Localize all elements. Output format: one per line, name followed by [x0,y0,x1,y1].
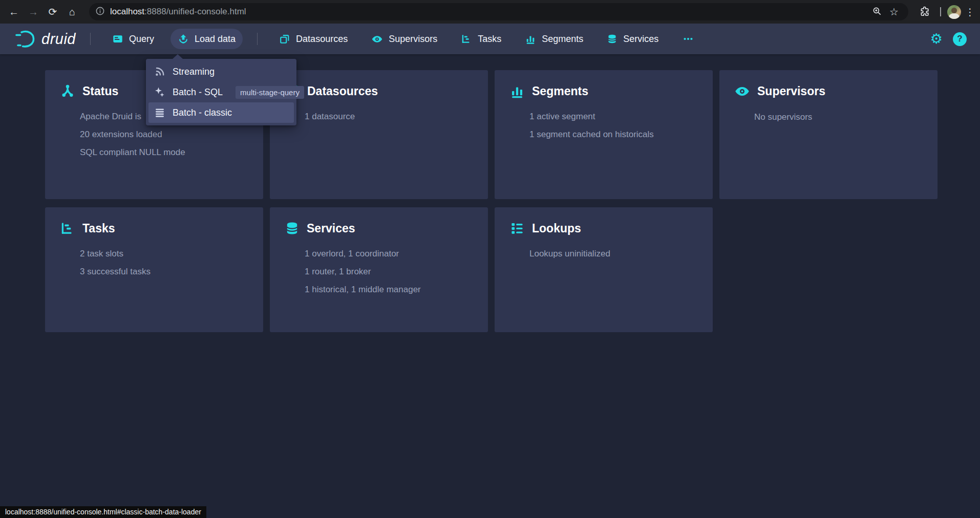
services-line: 1 historical, 1 middle manager [305,285,478,294]
toolbar-right: ⋮ [915,5,980,19]
segments-line: 1 segment cached on historicals [529,130,702,139]
link-preview-statusbar: localhost:8888/unified-console.html#clas… [0,506,206,518]
nav-item-query[interactable]: Query [105,29,161,49]
nav-item-services[interactable]: Services [600,29,666,49]
help-icon[interactable]: ? [953,32,967,46]
brand-name: druid [41,31,76,48]
load-data-menu: Streaming Batch - SQL multi-stage-query … [146,59,296,125]
card-title: Tasks [82,222,115,235]
status-icon [60,83,75,99]
home-button[interactable]: ⌂ [62,2,82,21]
lookups-icon [509,221,525,236]
bookmark-star-icon[interactable]: ☆ [886,5,902,19]
browser-menu-icon[interactable]: ⋮ [965,6,975,18]
nav-divider [90,33,91,45]
url-text: localhost:8888/unified-console.html [110,7,246,17]
forward-button[interactable]: → [24,2,43,21]
back-button[interactable]: ← [4,2,24,21]
segments-card[interactable]: Segments 1 active segment 1 segment cach… [495,70,713,199]
query-icon [112,33,123,45]
lookups-line: Lookups uninitialized [529,249,702,258]
nav-right: ⚙ ? [930,24,980,54]
zoom-icon[interactable] [868,5,886,19]
status-line: 20 extensions loaded [80,130,253,139]
services-line: 1 overlord, 1 coordinator [305,249,478,258]
lookups-card[interactable]: Lookups Lookups uninitialized [495,207,713,332]
nav-divider [257,33,258,45]
reload-button[interactable]: ⟳ [43,2,62,21]
segments-icon [525,33,536,45]
nav-item-segments[interactable]: Segments [518,29,590,49]
datasources-line: 1 datasource [305,112,478,121]
druid-logo-icon [14,29,37,49]
tasks-line: 3 successful tasks [80,267,253,276]
menu-item-streaming[interactable]: Streaming [148,61,294,82]
toolbar-divider [940,7,941,16]
services-icon [607,33,617,45]
gear-icon[interactable]: ⚙ [930,32,943,46]
status-line: SQL compliant NULL mode [80,148,253,157]
card-title: Lookups [532,222,581,235]
nav-item-supervisors[interactable]: Supervisors [364,29,444,50]
site-info-icon[interactable] [95,6,105,18]
tasks-icon [461,33,472,45]
segments-icon [509,83,525,99]
card-title: Supervisors [757,84,825,98]
profile-avatar[interactable] [947,5,961,19]
menu-item-batch-sql[interactable]: Batch - SQL multi-stage-query [148,82,294,102]
address-bar[interactable]: localhost:8888/unified-console.html ☆ [89,3,908,20]
druid-logo[interactable]: druid [14,29,76,49]
datasources-icon [279,33,290,45]
services-card[interactable]: Services 1 overlord, 1 coordinator 1 rou… [270,207,488,332]
msq-badge: multi-stage-query [236,86,304,99]
services-line: 1 router, 1 broker [305,267,478,276]
sparkles-icon [154,86,166,98]
extensions-icon[interactable] [915,5,934,19]
nav-item-datasources[interactable]: Datasources [272,29,355,49]
tasks-icon [60,221,75,236]
druid-navbar: druid Query Load data Datasources Superv… [0,24,980,54]
services-icon [285,221,300,236]
supervisors-icon [734,83,750,99]
menu-item-batch-classic[interactable]: Batch - classic [148,102,294,123]
card-title: Datasources [307,84,378,98]
segments-line: 1 active segment [529,112,702,121]
supervisors-card[interactable]: Supervisors No supervisors [719,70,938,199]
tasks-card[interactable]: Tasks 2 task slots 3 successful tasks [45,207,263,332]
load-data-icon [178,33,189,45]
card-title: Status [82,84,118,98]
card-title: Services [307,222,355,235]
nav-more-button[interactable] [675,29,701,49]
tasks-line: 2 task slots [80,249,253,258]
nav-item-tasks[interactable]: Tasks [454,29,508,49]
nav-item-load-data[interactable]: Load data [171,29,243,49]
browser-toolbar: ← → ⟳ ⌂ localhost:8888/unified-console.h… [0,0,980,24]
more-icon [682,33,694,45]
list-lines-icon [154,106,166,119]
card-title: Segments [532,84,588,98]
streaming-icon [154,66,166,78]
supervisors-icon [371,33,383,45]
supervisors-line: No supervisors [754,113,927,122]
